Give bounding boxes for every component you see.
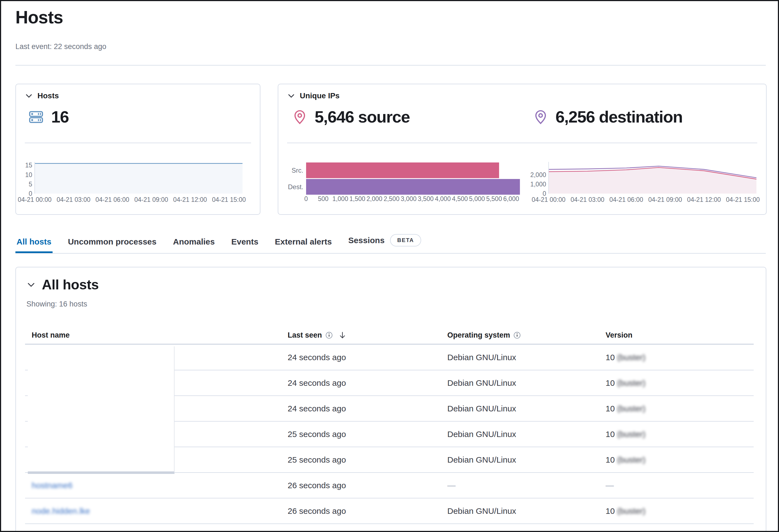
svg-text:3,000: 3,000: [401, 195, 417, 202]
svg-text:500: 500: [318, 195, 328, 202]
svg-text:04-21 06:00: 04-21 06:00: [96, 196, 129, 203]
map-pin-source-icon: [292, 109, 307, 125]
svg-text:3,500: 3,500: [418, 195, 434, 202]
storage-icon: [28, 109, 44, 125]
table-row: node.hidden.lke26 seconds agoDebian GNU/…: [25, 498, 754, 524]
operating-system-cell: —: [441, 481, 599, 490]
info-icon[interactable]: [325, 332, 333, 339]
tab-events[interactable]: Events: [230, 235, 259, 253]
column-label: Last seen: [288, 331, 322, 340]
host-link[interactable]: node.hidden.lke: [32, 507, 90, 516]
svg-text:04-21 15:00: 04-21 15:00: [726, 196, 760, 203]
header-divider: [15, 65, 766, 66]
column-header-operating-system: Operating system: [441, 331, 599, 340]
host-name-cell: hostname6: [25, 481, 281, 490]
chevron-down-icon[interactable]: [26, 280, 36, 289]
version-cell: 10 (buster): [599, 455, 754, 465]
hosts-tab-bar: All hostsUncommon processesAnomaliesEven…: [15, 232, 766, 254]
chevron-down-icon[interactable]: [25, 92, 33, 100]
tab-anomalies[interactable]: Anomalies: [172, 235, 216, 253]
host-link[interactable]: hostname6: [32, 481, 72, 490]
svg-text:10: 10: [25, 171, 32, 178]
tab-label: Uncommon processes: [68, 237, 157, 246]
svg-text:4,000: 4,000: [435, 195, 451, 202]
operating-system-cell: Debian GNU/Linux: [441, 404, 599, 413]
unique-ips-panel-header[interactable]: Unique IPs: [287, 92, 340, 100]
hosts-count-metric: 16: [28, 107, 69, 126]
version-cell: 10 (buster): [599, 378, 754, 388]
unique-ips-area-chart: 01,0002,00004-21 00:0004-21 03:0004-21 0…: [537, 159, 766, 209]
version-cell: 10 (buster): [599, 429, 754, 439]
unique-ips-panel: Unique IPs 5,646 source 6,256 destinatio…: [278, 84, 767, 215]
destination-ips-value: 6,256 destination: [555, 107, 682, 126]
svg-text:Src.: Src.: [292, 167, 303, 174]
column-header-version: Version: [599, 331, 754, 340]
svg-text:1,500: 1,500: [349, 195, 365, 202]
all-hosts-header[interactable]: All hosts: [26, 277, 99, 293]
version-cell: 10 (buster): [599, 404, 754, 413]
last-seen-cell: 26 seconds ago: [281, 481, 441, 490]
svg-text:2,000: 2,000: [367, 195, 382, 202]
unique-ips-bar-chart: Src.Dest.05001,0001,5002,0002,5003,0003,…: [283, 159, 530, 209]
svg-text:04-21 12:00: 04-21 12:00: [687, 196, 721, 203]
beta-badge: BETA: [390, 234, 421, 246]
all-hosts-panel: All hosts Showing: 16 hosts Host nameLas…: [15, 267, 766, 532]
operating-system-cell: Debian GNU/Linux: [441, 455, 599, 465]
column-label: Operating system: [447, 331, 510, 340]
hosts-kpi-panel: Hosts 16 05101504-21 00:0004-21 03:0004-…: [15, 84, 260, 215]
showing-count: Showing: 16 hosts: [26, 300, 87, 308]
operating-system-cell: Debian GNU/Linux: [441, 507, 599, 516]
svg-text:04-21 09:00: 04-21 09:00: [134, 196, 168, 203]
last-seen-cell: 25 seconds ago: [281, 455, 441, 465]
svg-text:04-21 12:00: 04-21 12:00: [173, 196, 207, 203]
svg-text:5,500: 5,500: [486, 195, 502, 202]
last-seen-cell: 24 seconds ago: [281, 353, 441, 362]
operating-system-cell: Debian GNU/Linux: [441, 429, 599, 439]
table-row: hostname626 seconds ago——: [25, 473, 754, 498]
version-cell: —: [599, 481, 754, 490]
hosts-count-value: 16: [51, 107, 69, 126]
last-event-text: Last event: 22 seconds ago: [15, 42, 106, 51]
svg-text:15: 15: [25, 162, 32, 169]
svg-text:04-21 00:00: 04-21 00:00: [18, 196, 52, 203]
source-ips-value: 5,646 source: [315, 107, 410, 126]
page-title: Hosts: [15, 7, 63, 27]
svg-text:04-21 06:00: 04-21 06:00: [609, 196, 643, 203]
tab-sessions[interactable]: SessionsBETA: [347, 232, 422, 253]
column-header-last-seen[interactable]: Last seen: [281, 331, 441, 340]
tab-external-alerts[interactable]: External alerts: [274, 235, 333, 253]
map-pin-destination-icon: [533, 109, 548, 125]
hosts-panel-header[interactable]: Hosts: [25, 92, 59, 100]
tab-all-hosts[interactable]: All hosts: [15, 235, 53, 253]
svg-text:04-21 03:00: 04-21 03:00: [571, 196, 604, 203]
last-seen-cell: 24 seconds ago: [281, 404, 441, 413]
sort-desc-icon[interactable]: [338, 331, 347, 339]
tab-label: External alerts: [275, 237, 332, 246]
redaction-artifact: [28, 346, 175, 474]
version-cell: 10 (buster): [599, 507, 754, 516]
tab-label: All hosts: [16, 237, 52, 246]
svg-text:6,000: 6,000: [503, 195, 519, 202]
hosts-page: { "page": { "title": "Hosts", "last_even…: [0, 0, 779, 532]
destination-ips-metric: 6,256 destination: [533, 107, 682, 126]
all-hosts-title: All hosts: [42, 277, 99, 293]
svg-text:Dest.: Dest.: [288, 183, 303, 190]
column-label: Host name: [32, 331, 70, 340]
column-header-host-name: Host name: [25, 331, 281, 340]
hosts-sparkline-chart: 05101504-21 00:0004-21 03:0004-21 06:000…: [23, 159, 260, 209]
operating-system-cell: Debian GNU/Linux: [441, 353, 599, 362]
hosts-panel-label: Hosts: [38, 92, 59, 100]
tab-label: Anomalies: [173, 237, 215, 246]
chevron-down-icon[interactable]: [287, 92, 295, 100]
source-ips-metric: 5,646 source: [292, 107, 410, 126]
info-icon[interactable]: [514, 332, 521, 339]
last-seen-cell: 26 seconds ago: [281, 507, 441, 516]
last-seen-cell: 24 seconds ago: [281, 378, 441, 388]
svg-text:1,000: 1,000: [332, 195, 348, 202]
operating-system-cell: Debian GNU/Linux: [441, 378, 599, 388]
tab-uncommon-processes[interactable]: Uncommon processes: [67, 235, 158, 253]
table-header-row: Host nameLast seenOperating systemVersio…: [25, 327, 754, 345]
column-label: Version: [606, 331, 633, 340]
svg-text:1,000: 1,000: [530, 181, 546, 188]
svg-text:2,000: 2,000: [530, 171, 546, 178]
